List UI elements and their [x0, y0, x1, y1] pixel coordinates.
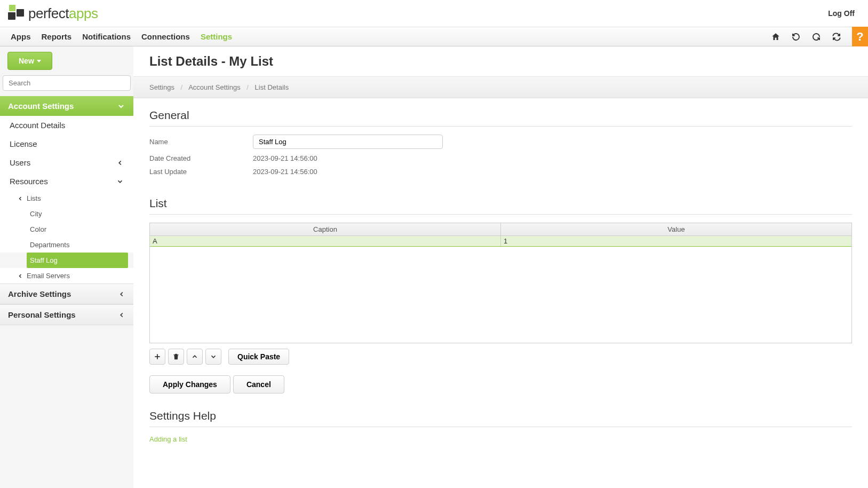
name-input[interactable]	[253, 135, 443, 149]
sidebar: New Account Settings Account Details Lic…	[0, 46, 133, 488]
name-label: Name	[149, 138, 253, 146]
sidebar-item-resources[interactable]: Resources	[0, 172, 133, 191]
move-up-button[interactable]	[187, 349, 203, 365]
column-header-caption[interactable]: Caption	[150, 223, 501, 235]
help-section: Settings Help Adding a list	[133, 399, 868, 454]
logo-icon	[8, 4, 24, 23]
sidebar-item-staff-log[interactable]: Staff Log	[27, 253, 128, 268]
sidebar-section-personal-settings[interactable]: Personal Settings	[0, 304, 133, 325]
last-update-label: Last Update	[149, 168, 253, 176]
main-content: List Details - My List Settings / Accoun…	[133, 46, 868, 488]
svg-rect-2	[17, 9, 24, 17]
list-table: Caption Value A 1	[149, 223, 852, 343]
breadcrumb-item[interactable]: Settings	[149, 83, 174, 91]
sidebar-item-account-details[interactable]: Account Details	[0, 116, 133, 135]
list-section: List Caption Value A 1	[133, 186, 868, 399]
logoff-link[interactable]: Log Off	[828, 9, 860, 18]
refresh-icon[interactable]	[811, 32, 821, 42]
svg-rect-0	[9, 5, 15, 11]
section-heading: List	[149, 197, 852, 210]
add-row-button[interactable]	[149, 349, 165, 365]
section-heading: General	[149, 109, 852, 122]
column-header-value[interactable]: Value	[501, 223, 851, 235]
undo-icon[interactable]	[791, 32, 801, 42]
nav-settings[interactable]: Settings	[201, 32, 232, 41]
sidebar-section-account-settings[interactable]: Account Settings	[0, 96, 133, 116]
svg-rect-1	[8, 12, 15, 20]
date-created-value: 2023-09-21 14:56:00	[253, 154, 317, 162]
chevron-down-icon	[116, 178, 124, 185]
general-section: General Name Date Created 2023-09-21 14:…	[133, 98, 868, 186]
chevron-left-icon	[17, 273, 23, 279]
sidebar-item-license[interactable]: License	[0, 135, 133, 153]
cancel-button[interactable]: Cancel	[233, 375, 284, 393]
section-heading: Settings Help	[149, 410, 852, 422]
sidebar-item-city[interactable]: City	[0, 206, 133, 222]
apply-changes-button[interactable]: Apply Changes	[149, 375, 230, 393]
move-down-button[interactable]	[205, 349, 221, 365]
last-update-value: 2023-09-21 14:56:00	[253, 168, 317, 176]
table-cell: A	[150, 236, 501, 246]
breadcrumb: Settings / Account Settings / List Detai…	[133, 76, 868, 98]
logo-text: perfectapps	[28, 5, 98, 22]
logo: perfectapps	[8, 4, 98, 23]
sidebar-item-email-servers[interactable]: Email Servers	[0, 268, 133, 284]
delete-row-button[interactable]	[168, 349, 184, 365]
sidebar-item-color[interactable]: Color	[0, 222, 133, 237]
chevron-left-icon	[118, 290, 125, 298]
sidebar-item-users[interactable]: Users	[0, 153, 133, 172]
table-cell: 1	[501, 236, 851, 246]
search-input[interactable]	[3, 75, 131, 91]
nav-reports[interactable]: Reports	[42, 32, 72, 41]
breadcrumb-item[interactable]: Account Settings	[188, 83, 241, 91]
new-button[interactable]: New	[7, 52, 52, 70]
nav-connections[interactable]: Connections	[141, 32, 190, 41]
app-header: perfectapps Log Off	[0, 0, 868, 27]
help-icon[interactable]: ?	[852, 27, 868, 46]
caret-down-icon	[37, 60, 41, 62]
nav-notifications[interactable]: Notifications	[82, 32, 131, 41]
sidebar-item-lists[interactable]: Lists	[0, 191, 133, 206]
chevron-down-icon	[117, 102, 125, 111]
table-row[interactable]: A 1	[150, 236, 851, 247]
sidebar-item-departments[interactable]: Departments	[0, 237, 133, 253]
help-link[interactable]: Adding a list	[149, 435, 852, 443]
chevron-left-icon	[118, 311, 125, 319]
sidebar-section-archive-settings[interactable]: Archive Settings	[0, 284, 133, 304]
breadcrumb-item: List Details	[255, 83, 289, 91]
chevron-left-icon	[116, 159, 124, 167]
chevron-left-icon	[17, 195, 23, 202]
quick-paste-button[interactable]: Quick Paste	[228, 349, 289, 365]
date-created-label: Date Created	[149, 154, 253, 162]
nav-apps[interactable]: Apps	[11, 32, 31, 41]
top-nav: Apps Reports Notifications Connections S…	[0, 27, 868, 46]
page-title: List Details - My List	[133, 46, 868, 76]
sync-icon[interactable]	[832, 32, 841, 42]
home-icon[interactable]	[771, 32, 781, 42]
